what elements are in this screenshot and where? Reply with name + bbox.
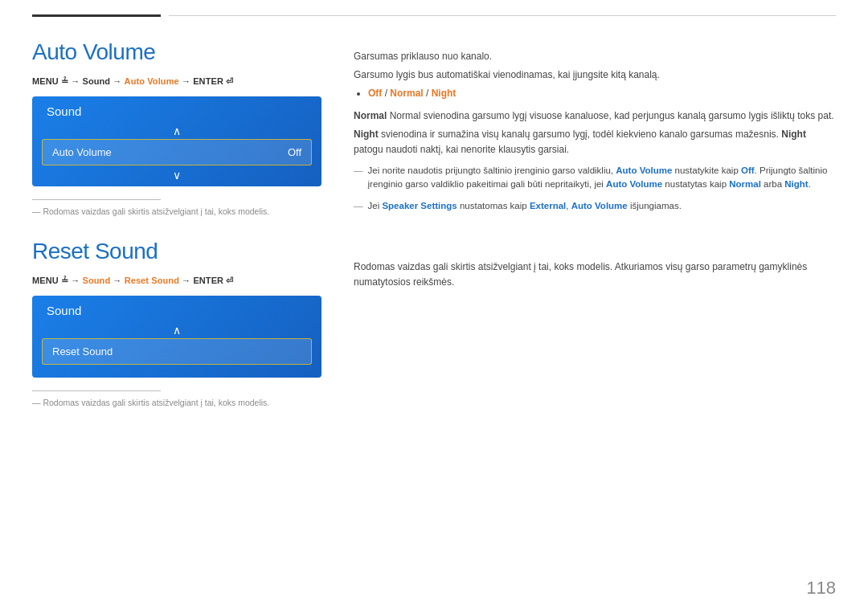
dash-text-1: Jei norite naudotis prijungto šaltinio į… xyxy=(368,164,837,192)
page-number: 118 xyxy=(806,578,836,599)
reset-sound-highlight: Reset Sound xyxy=(125,276,179,285)
auto-volume-right-content: Garsumas priklauso nuo kanalo. Garsumo l… xyxy=(354,49,836,216)
menu-arrow2: → ENTER xyxy=(179,76,226,86)
dash-item-2: ― Jei Speaker Settings nustatomas kaip E… xyxy=(354,199,836,216)
night-bold2: Night xyxy=(781,129,806,140)
auto-volume-bullet-list: Off / Normal / Night xyxy=(368,86,836,101)
menu-label2: MENU xyxy=(32,276,61,285)
enter-icon2: ⏎ xyxy=(226,276,233,285)
auto-volume-title: Auto Volume xyxy=(32,39,321,65)
page-container: Auto Volume MENU ≟ → Sound → Auto Volume… xyxy=(0,0,868,613)
normal-label: Normal xyxy=(390,88,423,99)
slash2: / xyxy=(426,88,432,99)
auto-volume-ref2: Auto Volume xyxy=(606,179,662,189)
reset-sound-row: Reset Sound xyxy=(42,338,312,365)
dash-symbol-1: ― xyxy=(354,164,363,195)
auto-volume-para2: Garsumo lygis bus automatiškai vienodina… xyxy=(354,67,836,83)
normal-ref: Normal xyxy=(729,179,761,189)
reset-sound-divider xyxy=(32,390,161,391)
external-ref: External xyxy=(530,201,566,210)
night-bold: Night xyxy=(354,129,379,140)
reset-sound-section-left: Reset Sound MENU ≟ → Sound → Reset Sound… xyxy=(32,239,321,407)
top-line-right xyxy=(169,15,836,16)
normal-desc: Normal Normal svienodina garsumo lygį vi… xyxy=(354,108,836,124)
reset-sound-menu-path: MENU ≟ → Sound → Reset Sound → ENTER ⏎ xyxy=(32,276,321,286)
menu-arrow4: → xyxy=(110,276,124,285)
reset-sound-widget: Sound ∧ Reset Sound xyxy=(32,296,321,378)
night-label: Night xyxy=(432,88,457,99)
auto-volume-section: Auto Volume MENU ≟ → Sound → Auto Volume… xyxy=(32,39,321,216)
reset-sound-para: Rodomas vaizdas gali skirtis atsižvelgia… xyxy=(354,260,836,290)
reset-sound-widget-header: Sound xyxy=(32,296,321,322)
reset-sound-right-content: Rodomas vaizdas gali skirtis atsižvelgia… xyxy=(354,227,836,290)
auto-volume-ref1: Auto Volume xyxy=(616,166,672,175)
right-col: Garsumas priklauso nuo kanalo. Garsumo l… xyxy=(346,17,836,613)
auto-volume-divider xyxy=(32,199,161,200)
enter-icon: ⏎ xyxy=(226,76,233,86)
reset-sound-row-label: Reset Sound xyxy=(52,345,113,358)
auto-volume-widget: Sound ∧ Auto Volume Off ∨ xyxy=(32,96,321,186)
menu-arrow1: → Sound → xyxy=(68,76,125,86)
menu-arrow5: → ENTER xyxy=(179,276,226,285)
dash-item-1: ― Jei norite naudotis prijungto šaltinio… xyxy=(354,164,836,195)
auto-volume-row-value: Off xyxy=(288,146,301,158)
reset-sound-title: Reset Sound xyxy=(32,239,321,264)
normal-desc-text: Normal svienodina garsumo lygį visuose k… xyxy=(390,110,834,121)
night-ref: Night xyxy=(784,179,808,189)
auto-volume-menu-path: MENU ≟ → Sound → Auto Volume → ENTER ⏎ xyxy=(32,76,321,87)
off-label: Off xyxy=(368,88,382,99)
night-desc: Night svienodina ir sumažina visų kanalų… xyxy=(354,127,836,157)
auto-volume-row-label: Auto Volume xyxy=(52,146,112,158)
main-content: Auto Volume MENU ≟ → Sound → Auto Volume… xyxy=(0,17,868,613)
auto-volume-up-arrow: ∧ xyxy=(32,123,321,139)
auto-volume-ref3: Auto Volume xyxy=(571,201,628,210)
auto-volume-para1: Garsumas priklauso nuo kanalo. xyxy=(354,49,836,64)
dash-text-2: Jei Speaker Settings nustatomas kaip Ext… xyxy=(368,199,682,213)
menu-icon2: ≟ xyxy=(61,276,68,285)
speaker-settings-ref: Speaker Settings xyxy=(382,201,457,210)
normal-bold: Normal xyxy=(354,110,387,121)
auto-volume-widget-header: Sound xyxy=(32,96,321,123)
menu-label: MENU xyxy=(32,76,61,86)
left-col: Auto Volume MENU ≟ → Sound → Auto Volume… xyxy=(32,17,346,613)
auto-volume-bullet-item: Off / Normal / Night xyxy=(368,86,836,101)
auto-volume-note: ― Rodomas vaizdas gali skirtis atsižvelg… xyxy=(32,206,321,216)
reset-sound-up-arrow: ∧ xyxy=(32,322,321,338)
menu-arrow3: → xyxy=(68,276,82,285)
off-ref: Off xyxy=(741,166,755,175)
menu-icon: ≟ xyxy=(61,76,68,86)
reset-sound-note: ― Rodomas vaizdas gali skirtis atsižvelg… xyxy=(32,398,321,407)
auto-volume-down-arrow: ∨ xyxy=(32,166,321,186)
auto-volume-row: Auto Volume Off xyxy=(42,139,312,166)
auto-volume-highlight: Auto Volume xyxy=(125,76,179,86)
sound-highlight: Sound xyxy=(82,276,110,285)
dash-symbol-2: ― xyxy=(354,199,363,216)
